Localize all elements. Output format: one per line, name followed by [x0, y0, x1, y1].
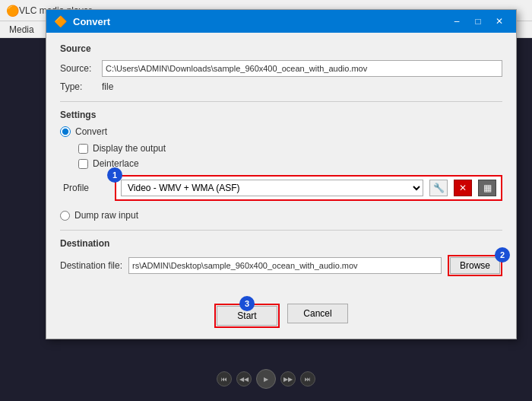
dump-raw-row: Dump raw input — [60, 210, 502, 221]
vlc-controls: ⏮ ◀◀ ▶ ▶▶ ⏭ — [0, 363, 532, 395]
convert-dialog: 🔶 Convert – □ ✕ Source Source: Type: fil… — [46, 9, 517, 339]
wrench-icon: 🔧 — [433, 183, 445, 193]
indent-group: Display the output Deinterlace — [78, 143, 502, 169]
vlc-skip-fwd[interactable]: ⏭ — [300, 371, 315, 387]
cancel-button[interactable]: Cancel — [287, 304, 348, 323]
menu-media[interactable]: Media — [3, 23, 40, 37]
dialog-titlebar: 🔶 Convert – □ ✕ — [46, 10, 516, 33]
convert-radio-label: Convert — [75, 126, 107, 137]
close-button[interactable]: ✕ — [490, 14, 508, 28]
dialog-icon: 🔶 — [54, 15, 67, 27]
dialog-footer: 3 Start Cancel — [46, 298, 516, 339]
vlc-player-bottom: ⏮ ◀◀ ▶ ▶▶ ⏭ — [0, 363, 532, 401]
profile-delete-button[interactable]: ✕ — [454, 180, 472, 196]
destination-label: Destination — [60, 238, 502, 249]
badge-3: 3 — [239, 296, 255, 311]
vlc-play[interactable]: ▶ — [256, 369, 276, 389]
delete-icon: ✕ — [459, 183, 467, 193]
destination-path-input[interactable] — [128, 257, 442, 274]
display-output-label: Display the output — [93, 143, 166, 154]
divider-2 — [60, 230, 502, 231]
deinterlace-row: Deinterlace — [78, 158, 502, 169]
maximize-button[interactable]: □ — [469, 14, 487, 28]
minimize-button[interactable]: – — [448, 14, 466, 28]
grid-icon: ▦ — [483, 183, 492, 193]
source-section-label: Source — [60, 43, 502, 54]
start-wrapper: 3 Start — [214, 304, 280, 328]
divider-1 — [60, 101, 502, 102]
destination-row: Destination file: 2 Browse — [60, 255, 502, 276]
dialog-title-left: 🔶 Convert — [54, 15, 110, 27]
badge-1: 1 — [107, 167, 122, 183]
dialog-body: Source Source: Type: file Settings Conve… — [46, 33, 516, 298]
profile-new-button[interactable]: ▦ — [478, 180, 496, 196]
vlc-prev[interactable]: ◀◀ — [236, 371, 252, 387]
convert-radio[interactable] — [60, 126, 71, 137]
dialog-title: Convert — [73, 16, 110, 27]
vlc-next[interactable]: ▶▶ — [280, 371, 296, 387]
type-value: file — [102, 81, 113, 92]
badge-2: 2 — [495, 247, 510, 263]
vlc-icon: 🟠 — [6, 5, 19, 17]
vlc-skip-back[interactable]: ⏮ — [217, 371, 232, 387]
destination-section: Destination Destination file: 2 Browse — [60, 238, 502, 276]
profile-row-wrapper: Profile 1 Video - WMV + WMA (ASF) Video … — [63, 175, 502, 201]
settings-section: Settings Convert Display the output Dein… — [60, 110, 502, 221]
source-section: Source Source: Type: file — [60, 43, 502, 92]
deinterlace-checkbox[interactable] — [78, 159, 88, 169]
settings-label: Settings — [60, 110, 502, 120]
profile-label: Profile — [63, 183, 109, 193]
source-row: Source: — [60, 60, 502, 77]
browse-button[interactable]: Browse — [450, 257, 500, 274]
dump-raw-label: Dump raw input — [74, 210, 138, 221]
source-label: Source: — [60, 63, 102, 74]
display-output-checkbox[interactable] — [78, 144, 88, 154]
dump-raw-radio[interactable] — [60, 211, 70, 221]
type-label: Type: — [60, 81, 102, 92]
browse-wrapper: 2 Browse — [448, 255, 502, 276]
profile-edit-button[interactable]: 🔧 — [429, 180, 448, 196]
dest-file-label: Destination file: — [60, 260, 122, 271]
profile-controls: 1 Video - WMV + WMA (ASF) Video - H.264 … — [115, 175, 502, 201]
display-output-row: Display the output — [78, 143, 502, 154]
dialog-controls: – □ ✕ — [448, 14, 508, 28]
source-type-row: Type: file — [60, 81, 502, 92]
convert-radio-row: Convert — [60, 126, 502, 137]
profile-select[interactable]: Video - WMV + WMA (ASF) Video - H.264 + … — [121, 180, 423, 196]
source-path-input[interactable] — [102, 60, 502, 77]
